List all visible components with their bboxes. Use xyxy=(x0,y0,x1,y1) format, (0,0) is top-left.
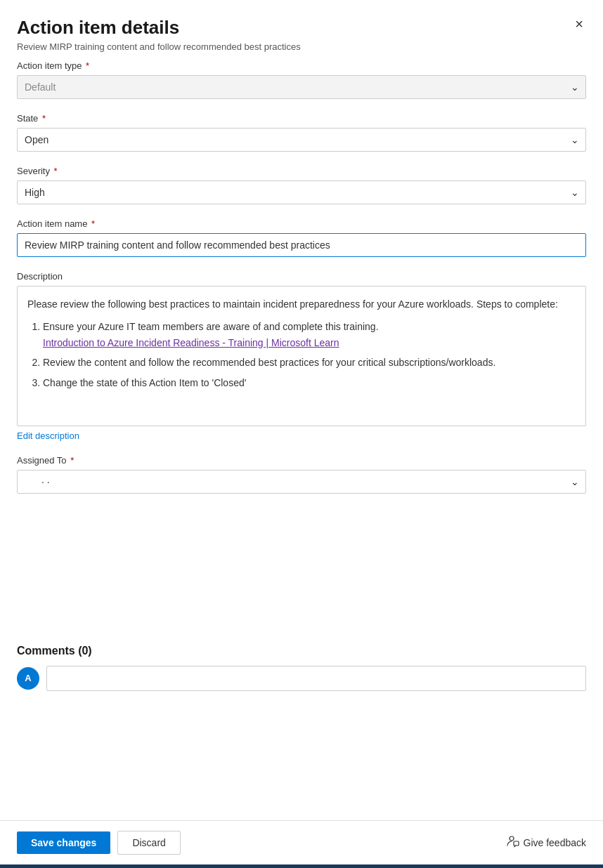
required-star-state: * xyxy=(39,113,46,124)
description-step-3: Change the state of this Action Item to … xyxy=(43,375,576,390)
comments-section: Comments (0) A xyxy=(0,645,603,691)
footer-left: Save changes Discard xyxy=(17,831,181,855)
description-content: Please review the following best practic… xyxy=(17,286,586,426)
required-star-name: * xyxy=(89,218,95,229)
svg-point-0 xyxy=(510,836,514,841)
assigned-to-group: Assigned To * ◯ · · ⌄ xyxy=(17,455,586,494)
action-item-type-wrapper: Default ⌄ xyxy=(17,75,586,99)
comment-input-row: A xyxy=(17,666,586,691)
assigned-to-label: Assigned To * xyxy=(17,455,586,466)
bottom-bar xyxy=(0,864,603,868)
action-item-type-label: Action item type * xyxy=(17,60,586,71)
required-star: * xyxy=(84,60,90,71)
description-label: Description xyxy=(17,271,586,282)
state-wrapper: Open Closed In Progress ⌄ xyxy=(17,128,586,152)
action-item-details-panel: Action item details Review MIRP training… xyxy=(0,0,603,868)
required-star-severity: * xyxy=(51,166,58,176)
severity-wrapper: High Medium Low ⌄ xyxy=(17,180,586,204)
panel-subtitle: Review MIRP training content and follow … xyxy=(17,41,586,52)
close-button[interactable]: × xyxy=(569,14,589,34)
description-group: Description Please review the following … xyxy=(17,271,586,441)
state-select[interactable]: Open Closed In Progress xyxy=(17,128,586,152)
description-steps: Ensure your Azure IT team members are aw… xyxy=(27,319,576,390)
description-step-2: Review the content and follow the recomm… xyxy=(43,355,576,370)
state-group: State * Open Closed In Progress ⌄ xyxy=(17,113,586,152)
description-intro: Please review the following best practic… xyxy=(27,296,576,312)
comment-avatar: A xyxy=(17,667,39,690)
state-label: State * xyxy=(17,113,586,124)
comments-title: Comments (0) xyxy=(17,645,586,657)
give-feedback-button[interactable]: Give feedback xyxy=(507,835,587,850)
severity-label: Severity * xyxy=(17,166,586,176)
footer-bar: Save changes Discard Give feedback xyxy=(0,820,603,864)
feedback-icon xyxy=(507,835,519,850)
action-item-type-select[interactable]: Default xyxy=(17,75,586,99)
severity-group: Severity * High Medium Low ⌄ xyxy=(17,166,586,204)
assigned-to-select[interactable]: · · xyxy=(17,470,586,494)
action-item-type-group: Action item type * Default ⌄ xyxy=(17,60,586,99)
required-star-assigned: * xyxy=(68,455,74,466)
action-item-name-label: Action item name * xyxy=(17,218,586,229)
feedback-svg-icon xyxy=(507,835,519,848)
save-changes-button[interactable]: Save changes xyxy=(17,831,110,854)
svg-rect-1 xyxy=(514,841,519,846)
description-step-1: Ensure your Azure IT team members are aw… xyxy=(43,319,576,350)
panel-title: Action item details xyxy=(17,17,586,39)
action-item-name-input[interactable] xyxy=(17,233,586,257)
assigned-to-wrapper: ◯ · · ⌄ xyxy=(17,470,586,494)
action-item-name-group: Action item name * xyxy=(17,218,586,257)
give-feedback-label: Give feedback xyxy=(524,837,587,848)
panel-body: Action item type * Default ⌄ State * Ope… xyxy=(0,60,603,638)
edit-description-link[interactable]: Edit description xyxy=(17,430,79,441)
training-link[interactable]: Introduction to Azure Incident Readiness… xyxy=(43,337,339,348)
panel-header: Action item details Review MIRP training… xyxy=(0,0,603,60)
comment-input[interactable] xyxy=(46,666,586,691)
discard-button[interactable]: Discard xyxy=(117,831,180,855)
severity-select[interactable]: High Medium Low xyxy=(17,180,586,204)
